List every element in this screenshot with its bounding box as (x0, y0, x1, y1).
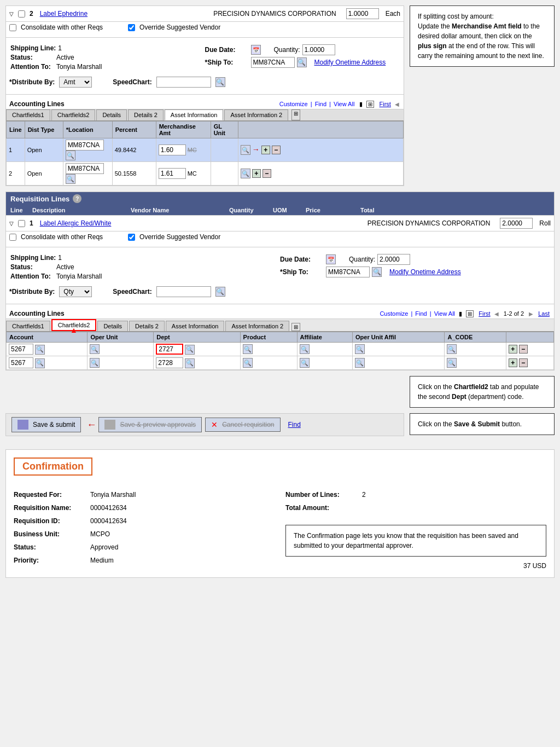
item1-speedchart-search[interactable]: 🔍 (215, 287, 225, 297)
item1-tab-asset-info[interactable]: Asset Information (166, 321, 225, 331)
speedchart-search[interactable]: 🔍 (215, 77, 225, 87)
item1-shipto-field[interactable] (326, 267, 370, 277)
distribute-select[interactable]: Amt Qty (59, 77, 92, 88)
item1-checkbox[interactable] (18, 220, 25, 227)
item1-dist-select[interactable]: Qty Amt (59, 286, 92, 297)
tab-extra[interactable]: ⊞ (291, 109, 300, 120)
row2-percent: 50.1558 (112, 162, 156, 186)
item2-override-check[interactable] (128, 24, 135, 31)
grid-icon[interactable]: ⊞ (366, 101, 374, 108)
item1-row1-acode-search[interactable]: 🔍 (447, 344, 457, 354)
row2-merch-field[interactable] (159, 168, 186, 179)
item1-calendar[interactable]: 📅 (326, 254, 336, 264)
item1-row1-operunit-search[interactable]: 🔍 (90, 344, 100, 354)
row2-loc-field[interactable] (66, 163, 104, 174)
row2-add[interactable]: + (252, 169, 261, 178)
save-preview-btn[interactable]: Save & preview approvals (98, 417, 202, 432)
item1-tab-chartfields1[interactable]: Chartfields1 (6, 321, 50, 331)
item1-row1-dept-field[interactable] (156, 344, 183, 355)
item1-modify-addr[interactable]: Modify Onetime Address (389, 268, 461, 276)
item1-row1-account-field[interactable] (9, 344, 33, 355)
item1-speedchart-field[interactable] (156, 286, 211, 297)
item1-row2-operunitaffil-search[interactable]: 🔍 (355, 358, 365, 368)
item2-checkbox[interactable] (18, 10, 25, 18)
view-all-link[interactable]: View All (334, 101, 354, 107)
item1-row1-affiliate-search[interactable]: 🔍 (300, 344, 310, 354)
row2-loc-search[interactable]: 🔍 (66, 174, 75, 184)
item1-row1-product-search[interactable]: 🔍 (243, 344, 253, 354)
row1-remove[interactable]: − (272, 146, 281, 154)
item1-row2-dept-search[interactable]: 🔍 (185, 358, 195, 368)
item1-consolidate-check[interactable] (9, 234, 16, 241)
item1-prev-nav[interactable]: ◀ (494, 311, 499, 317)
expand-icon[interactable]: ▽ (9, 11, 14, 17)
row1-merch-field[interactable] (159, 144, 186, 155)
row2-remove[interactable]: − (262, 169, 271, 178)
item1-row2-dept-field[interactable] (156, 357, 183, 368)
ship-to-field[interactable] (251, 57, 295, 68)
row1-search[interactable]: 🔍 (241, 145, 250, 155)
item1-row2-account-field[interactable] (9, 357, 33, 368)
row1-loc-search[interactable]: 🔍 (66, 150, 75, 160)
item1-row2-product-search[interactable]: 🔍 (243, 358, 253, 368)
row1-loc-field[interactable] (66, 140, 104, 150)
ship-to-search[interactable]: 🔍 (297, 57, 307, 67)
item1-tab-chartfields2[interactable]: Chartfields2 ▲ (51, 319, 97, 331)
tab-chartfields2[interactable]: Chartfields2 (51, 109, 96, 120)
item1-row1-remove[interactable]: − (519, 345, 528, 354)
tab-asset-info[interactable]: Asset Information (165, 109, 224, 120)
item1-row2-actions: + − (506, 356, 553, 370)
item1-acct-links: Customize | Find | View All ▮ ⊞ First ◀ … (378, 310, 551, 317)
item2-label[interactable]: Label Ephedrine (40, 10, 88, 18)
item1-row2-affiliate-search[interactable]: 🔍 (300, 358, 310, 368)
item1-row2-add[interactable]: + (509, 358, 517, 367)
conf-req-for-val: Tonyia Marshall (90, 491, 136, 499)
item1-next-nav[interactable]: ▶ (529, 311, 533, 317)
req-lines-help[interactable]: ? (73, 194, 81, 203)
tab-details[interactable]: Details (96, 109, 127, 120)
item1-override-check[interactable] (128, 234, 135, 241)
item1-tab-asset-info2[interactable]: Asset Information 2 (225, 321, 289, 331)
due-date-calendar[interactable]: 📅 (251, 45, 261, 55)
item1-label[interactable]: Label Allergic Red/White (40, 219, 112, 227)
first-nav[interactable]: First (380, 101, 391, 107)
item1-tab-details2[interactable]: Details 2 (129, 321, 165, 331)
item1-grid-icon[interactable]: ⊞ (466, 310, 474, 317)
item1-qty2[interactable] (377, 254, 410, 265)
tab-chartfields1[interactable]: Chartfields1 (6, 109, 50, 120)
item1-row1-add[interactable]: + (509, 345, 517, 354)
item1-tab-details[interactable]: Details (97, 321, 128, 331)
item2-consolidate-check[interactable] (9, 24, 16, 31)
item1-view-all-link[interactable]: View All (434, 310, 455, 317)
item1-row2-account-search[interactable]: 🔍 (35, 358, 45, 368)
item2-qty-field[interactable] (346, 8, 379, 19)
tab-asset-info2[interactable]: Asset Information 2 (224, 109, 288, 120)
item1-customize-link[interactable]: Customize (380, 310, 408, 317)
item1-first-nav[interactable]: First (479, 310, 490, 317)
item1-tab-extra[interactable]: ⊞ (291, 323, 300, 331)
item1-find-link[interactable]: Find (415, 310, 427, 317)
item1-expand[interactable]: ▽ (9, 221, 14, 227)
item1-row1-account-search[interactable]: 🔍 (35, 345, 45, 355)
save-submit-btn[interactable]: Save & submit (11, 417, 81, 432)
item1-row1-dept-search[interactable]: 🔍 (185, 345, 195, 355)
row1-add[interactable]: + (261, 146, 270, 154)
item1-row2-acode-search[interactable]: 🔍 (447, 358, 457, 368)
nav-icon[interactable]: ◀ (395, 101, 399, 107)
item1-row1-operunitaffil-search[interactable]: 🔍 (355, 344, 365, 354)
item1-shipto-search[interactable]: 🔍 (372, 267, 382, 277)
cancel-btn[interactable]: ✕ Cancel requisition (205, 418, 280, 432)
modify-addr-link[interactable]: Modify Onetime Address (314, 59, 386, 66)
item1-row2-remove[interactable]: − (519, 358, 528, 367)
speedchart-field[interactable] (156, 77, 211, 88)
find-link2[interactable]: Find (288, 421, 301, 428)
customize-link[interactable]: Customize (279, 101, 308, 107)
tab-details2[interactable]: Details 2 (128, 109, 164, 120)
find-link[interactable]: Find (315, 101, 326, 107)
item1-last-nav[interactable]: Last (538, 310, 550, 317)
quantity-field[interactable] (302, 44, 335, 55)
row2-search[interactable]: 🔍 (241, 169, 250, 178)
item1-qty-field[interactable] (500, 218, 533, 229)
item1-row2-operunit-search[interactable]: 🔍 (90, 358, 100, 368)
col-header-vendor: Vendor Name (131, 207, 229, 213)
